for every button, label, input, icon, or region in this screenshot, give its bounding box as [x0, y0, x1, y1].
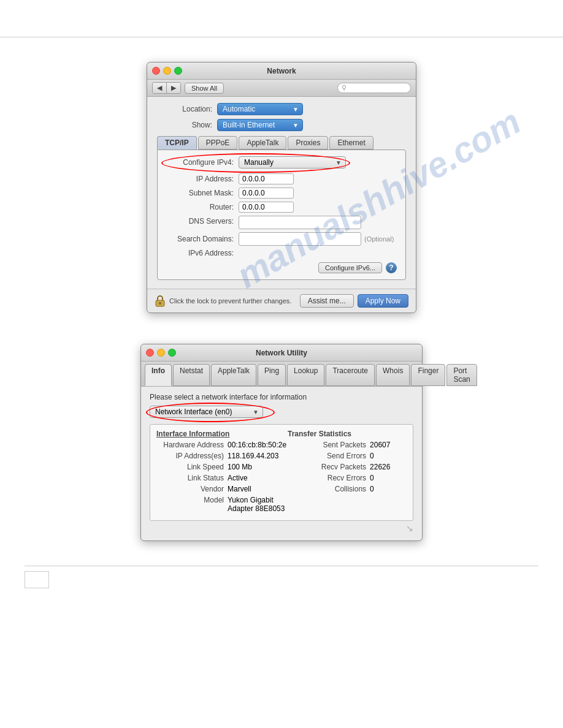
network-window: Network ◀ ▶ Show All ⚲ Location: Automat… — [147, 62, 416, 313]
location-arrow-icon: ▼ — [293, 106, 299, 113]
tab-ethernet[interactable]: Ethernet — [329, 136, 373, 150]
search-domains-label: Search Domains: — [166, 235, 234, 243]
util-tab-netstat[interactable]: Netstat — [173, 364, 210, 386]
link-status-row: Link Status Active — [156, 474, 286, 482]
page-container: Network ◀ ▶ Show All ⚲ Location: Automat… — [0, 0, 563, 728]
show-arrow-icon: ▼ — [293, 122, 299, 129]
interface-select[interactable]: Network Interface (en0) ▼ — [150, 406, 263, 418]
nav-forward-button[interactable]: ▶ — [167, 83, 180, 93]
interface-value: Network Interface (en0) — [155, 408, 232, 416]
subnet-mask-label: Subnet Mask: — [166, 189, 234, 197]
util-tab-info[interactable]: Info — [145, 364, 172, 386]
subnet-mask-input[interactable] — [239, 188, 294, 199]
info-headers: Interface Information Transfer Statistic… — [156, 430, 407, 438]
send-errors-label: Send Errors — [299, 452, 366, 460]
utility-tabs: Info Netstat AppleTalk Ping Lookup Trace… — [141, 362, 422, 387]
location-select[interactable]: Automatic ▼ — [217, 103, 303, 115]
utility-footer: ↘ — [150, 523, 413, 533]
lock-icon[interactable] — [155, 294, 166, 308]
tab-proxies[interactable]: Proxies — [288, 136, 328, 150]
search-domains-row: Search Domains: (Optional) — [166, 232, 397, 246]
maximize-button[interactable] — [174, 67, 182, 75]
show-row: Show: Built-in Ethernet ▼ — [157, 119, 406, 131]
interface-info-col: Hardware Address 00:16:cb:8b:50:2e IP Ad… — [156, 441, 286, 515]
util-tab-lookup[interactable]: Lookup — [287, 364, 324, 386]
bottom-rule — [25, 566, 538, 566]
bottom-section — [0, 566, 563, 588]
utility-maximize-button[interactable] — [168, 349, 176, 357]
search-icon: ⚲ — [342, 84, 347, 92]
model-row: Model Yukon Gigabit Adapter 88E8053 — [156, 496, 286, 513]
network-window-title: Network — [267, 67, 296, 75]
search-box: ⚲ — [337, 83, 411, 93]
util-tab-portscan[interactable]: Port Scan — [446, 364, 477, 386]
configure-ipv6-button[interactable]: Configure IPv6... — [318, 262, 382, 273]
tab-pppoe[interactable]: PPPoE — [198, 136, 238, 150]
collisions-value: 0 — [370, 485, 374, 493]
info-grid-container: Interface Information Transfer Statistic… — [150, 424, 413, 521]
transfer-stats-header: Transfer Statistics — [288, 430, 351, 438]
minimize-button[interactable] — [163, 67, 171, 75]
ip-address-label: IP Address: — [166, 175, 234, 183]
router-input[interactable] — [239, 202, 294, 213]
send-errors-value: 0 — [370, 452, 374, 460]
util-tab-whois[interactable]: Whois — [376, 364, 410, 386]
util-tab-ping[interactable]: Ping — [258, 364, 286, 386]
hw-address-label: Hardware Address — [156, 441, 224, 449]
top-rule — [0, 37, 563, 37]
link-status-label: Link Status — [156, 474, 224, 482]
recv-packets-row: Recv Packets 22626 — [299, 463, 407, 471]
resize-handle-icon: ↘ — [406, 523, 413, 533]
info-grid: Hardware Address 00:16:cb:8b:50:2e IP Ad… — [156, 441, 407, 515]
util-tab-appletalk[interactable]: AppleTalk — [211, 364, 256, 386]
tab-tcpip[interactable]: TCP/IP — [157, 136, 197, 150]
assist-me-button[interactable]: Assist me... — [300, 294, 354, 308]
location-label: Location: — [157, 105, 212, 113]
help-button[interactable]: ? — [386, 262, 397, 273]
ip-address-util-row: IP Address(es) 118.169.44.203 — [156, 452, 286, 460]
utility-close-button[interactable] — [146, 349, 154, 357]
show-all-button[interactable]: Show All — [185, 83, 224, 94]
dns-servers-input[interactable] — [239, 216, 361, 229]
link-status-value: Active — [228, 474, 248, 482]
traffic-lights — [152, 67, 182, 75]
link-speed-label: Link Speed — [156, 463, 224, 471]
link-speed-value: 100 Mb — [228, 463, 252, 471]
recv-errors-label: Recv Errors — [299, 474, 366, 482]
interface-info-header: Interface Information — [156, 430, 229, 438]
nav-buttons: ◀ ▶ — [152, 82, 181, 94]
collisions-row: Collisions 0 — [299, 485, 407, 493]
utility-minimize-button[interactable] — [157, 349, 165, 357]
util-tab-traceroute[interactable]: Traceroute — [326, 364, 375, 386]
configure-ipv4-select[interactable]: Manually ▼ — [239, 156, 346, 169]
transfer-stats-col: Sent Packets 20607 Send Errors 0 Recv Pa… — [299, 441, 407, 515]
utility-prompt: Please select a network interface for in… — [150, 393, 413, 401]
ipv6-address-label: IPv6 Address: — [166, 249, 234, 257]
nav-back-button[interactable]: ◀ — [153, 83, 167, 93]
close-button[interactable] — [152, 67, 160, 75]
sent-packets-row: Sent Packets 20607 — [299, 441, 407, 449]
tcp-tabs-container: TCP/IP PPPoE AppleTalk Proxies Ethernet — [157, 136, 406, 150]
ipv6-address-row: IPv6 Address: — [166, 249, 397, 257]
svg-point-1 — [159, 302, 161, 305]
search-domains-input[interactable] — [239, 232, 361, 246]
util-tab-finger[interactable]: Finger — [411, 364, 445, 386]
utility-traffic-lights — [146, 349, 176, 357]
search-input[interactable] — [348, 85, 404, 92]
subnet-mask-row: Subnet Mask: — [166, 188, 397, 199]
ip-address-input[interactable] — [239, 173, 294, 184]
router-row: Router: — [166, 202, 397, 213]
network-window-footer: Click the lock to prevent further change… — [147, 289, 416, 313]
model-label: Model — [156, 496, 224, 513]
ip-address-row: IP Address: — [166, 173, 397, 184]
tab-content: Configure IPv4: Manually ▼ IP Address: S… — [157, 150, 406, 280]
apply-now-button[interactable]: Apply Now — [358, 294, 408, 308]
recv-packets-value: 22626 — [370, 463, 390, 471]
configure-ipv4-value: Manually — [244, 158, 274, 167]
vendor-row: Vendor Marvell — [156, 485, 286, 493]
network-utility-window: Network Utility Info Netstat AppleTalk P… — [140, 344, 423, 541]
show-select[interactable]: Built-in Ethernet ▼ — [217, 119, 303, 131]
sent-packets-label: Sent Packets — [299, 441, 366, 449]
location-row: Location: Automatic ▼ — [157, 103, 406, 115]
tab-appletalk[interactable]: AppleTalk — [239, 136, 286, 150]
